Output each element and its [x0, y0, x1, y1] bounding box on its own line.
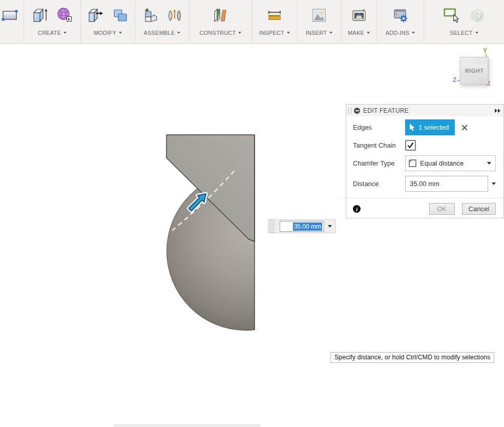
svg-text:>_: >_	[395, 12, 400, 16]
create-menu-label: CREATE	[38, 30, 61, 36]
distance-value: 35.00 mm	[410, 180, 439, 188]
insert-menu-label: INSERT	[306, 30, 327, 36]
floating-distance-dropdown[interactable]	[324, 220, 335, 233]
drag-handle-icon[interactable]	[269, 220, 275, 233]
toolbar-group-create: CREATE	[24, 0, 80, 43]
chevron-down-icon	[177, 32, 180, 34]
cursor-arrow-icon	[409, 124, 415, 132]
scripts-addins-icon[interactable]: >_	[391, 6, 410, 25]
tangent-chain-checkbox[interactable]	[405, 140, 416, 151]
dialog-drag-grip-icon[interactable]	[348, 107, 351, 114]
insert-menu[interactable]: INSERT	[306, 30, 332, 36]
extrude-icon[interactable]	[31, 6, 49, 25]
chevron-down-icon	[412, 32, 415, 34]
clear-selection-icon[interactable]	[461, 124, 468, 131]
assemble-menu[interactable]: ASSEMBLE	[144, 30, 181, 36]
construct-menu-label: CONSTRUCT	[200, 30, 236, 36]
create-form-icon[interactable]	[55, 6, 74, 25]
construct-menu[interactable]: CONSTRUCT	[200, 30, 242, 36]
chevron-down-icon	[328, 225, 332, 228]
chevron-down-icon	[475, 32, 478, 34]
dialog-title: EDIT FEATURE	[363, 107, 495, 114]
edges-selected-count: 1 selected	[418, 124, 449, 131]
toolbar-group-sketch	[0, 0, 24, 43]
toolbar-group-modify: MODIFY	[80, 0, 135, 43]
inspect-menu[interactable]: INSPECT	[259, 30, 290, 36]
distance-dropdown-icon[interactable]	[492, 182, 496, 185]
chamfer-type-label: Chamfer Type	[353, 159, 405, 167]
chevron-down-icon	[64, 32, 67, 34]
edges-row: Edges 1 selected	[353, 119, 496, 135]
press-pull-icon[interactable]	[87, 6, 105, 25]
axis-y-label: Y	[483, 47, 487, 54]
equal-distance-chamfer-icon	[408, 159, 417, 168]
chevron-down-icon	[329, 32, 332, 34]
viewcube-face-label: RIGHT	[462, 64, 487, 78]
floating-distance-value: 35.00 mm	[293, 222, 322, 231]
edges-label: Edges	[353, 124, 405, 131]
assemble-menu-label: ASSEMBLE	[144, 30, 175, 36]
toolbar-group-addins: >_ ADD-INS	[376, 0, 424, 43]
edit-feature-dialog: EDIT FEATURE Edges 1 selected Tangent Ch…	[346, 104, 504, 218]
chamfer-type-value: Equal distance	[420, 159, 487, 167]
status-tooltip: Specify distance, or hold Ctrl/CMD to mo…	[330, 352, 494, 363]
chevron-down-icon	[119, 32, 122, 34]
window-select-icon[interactable]	[442, 6, 460, 25]
make-menu[interactable]: MAKE	[348, 30, 370, 36]
combine-icon[interactable]	[111, 6, 130, 25]
ok-button[interactable]: OK	[429, 203, 455, 215]
addins-menu-label: ADD-INS	[386, 30, 410, 36]
make-menu-label: MAKE	[348, 30, 364, 36]
chevron-down-icon	[238, 32, 241, 34]
3d-print-icon[interactable]	[350, 6, 368, 25]
inspect-menu-label: INSPECT	[259, 30, 284, 36]
floating-distance-widget: 35.00 mm	[268, 219, 336, 233]
toolbar-group-insert: INSERT	[297, 0, 341, 43]
viewcube: Y Z X RIGHT	[450, 46, 501, 95]
solid-select-icon[interactable]	[468, 6, 487, 25]
select-menu-label: SELECT	[450, 30, 473, 36]
timeline-edge	[114, 424, 260, 427]
viewcube-right-face[interactable]: RIGHT	[460, 57, 489, 85]
create-sketch-icon[interactable]	[1, 6, 19, 25]
toolbar-group-construct: CONSTRUCT	[189, 0, 251, 43]
info-icon[interactable]: i	[353, 205, 361, 213]
dialog-feature-icon	[354, 108, 360, 114]
tangent-chain-label: Tangent Chain	[353, 141, 405, 149]
joint-icon[interactable]	[165, 6, 184, 25]
chamfer-type-row: Chamfer Type Equal distance	[353, 155, 496, 171]
toolbar-group-make: MAKE	[341, 0, 376, 43]
chevron-down-icon	[287, 32, 290, 34]
toolbar-group-assemble: ASSEMBLE	[135, 0, 189, 43]
addins-menu[interactable]: ADD-INS	[386, 30, 415, 36]
checkmark-icon	[407, 142, 414, 149]
cancel-button[interactable]: Cancel	[462, 203, 496, 215]
tangent-chain-row: Tangent Chain	[353, 140, 496, 151]
distance-input[interactable]: 35.00 mm	[405, 176, 488, 192]
toolbar-group-inspect: INSPECT	[251, 0, 297, 43]
toolbar-group-select: SELECT	[424, 0, 504, 43]
construction-plane-icon[interactable]	[212, 6, 230, 25]
new-component-icon[interactable]	[141, 6, 159, 25]
chevron-down-icon	[487, 162, 491, 165]
chevron-down-icon	[367, 32, 370, 34]
select-menu[interactable]: SELECT	[450, 30, 478, 36]
dialog-title-bar[interactable]: EDIT FEATURE	[346, 105, 503, 116]
modify-menu[interactable]: MODIFY	[94, 30, 122, 36]
ribbon-toolbar: CREATE MODIFY	[0, 0, 504, 44]
axis-z-label: Z	[453, 76, 456, 84]
insert-image-icon[interactable]	[310, 6, 328, 25]
measure-icon[interactable]	[265, 6, 284, 25]
modify-menu-label: MODIFY	[94, 30, 116, 36]
distance-label: Distance	[353, 180, 405, 188]
distance-row: Distance 35.00 mm	[353, 176, 496, 192]
create-menu[interactable]: CREATE	[38, 30, 67, 36]
floating-distance-input[interactable]: 35.00 mm	[280, 221, 324, 232]
edges-selected-button[interactable]: 1 selected	[405, 119, 455, 135]
expand-dialog-icon[interactable]	[495, 109, 500, 113]
chamfer-type-dropdown[interactable]: Equal distance	[405, 155, 496, 171]
